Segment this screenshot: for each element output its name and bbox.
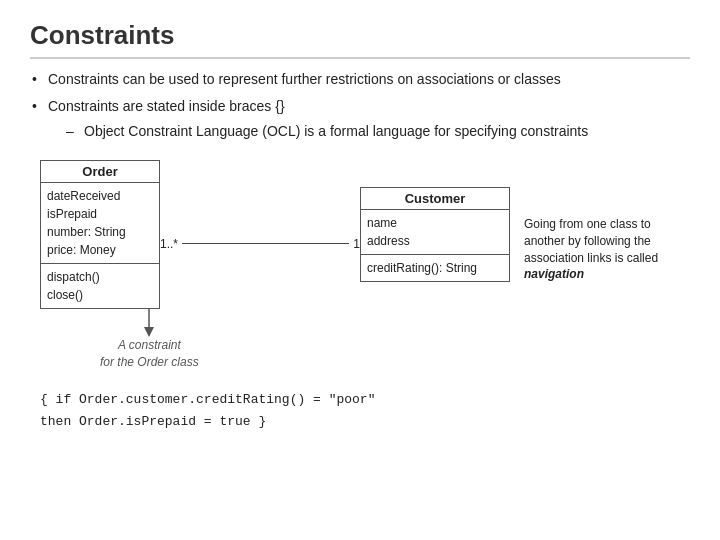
- ocl-block: { if Order.customer.creditRating() = "po…: [40, 389, 690, 433]
- bullet-list: Constraints can be used to represent fur…: [30, 69, 690, 142]
- customer-attr-1: name: [367, 214, 503, 232]
- order-attr-2: isPrepaid: [47, 205, 153, 223]
- navigation-note: Going from one class to another by follo…: [524, 216, 690, 283]
- order-box: Order dateReceived isPrepaid number: Str…: [40, 160, 160, 309]
- association-section: 1..* 1: [160, 219, 360, 251]
- svg-marker-1: [144, 327, 154, 337]
- order-attr-3: number: String: [47, 223, 153, 241]
- constraint-label: A constraintfor the Order class: [100, 337, 199, 371]
- order-header: Order: [41, 161, 159, 183]
- navigation-keyword: navigation: [524, 267, 584, 281]
- customer-box: Customer name address creditRating(): St…: [360, 187, 510, 282]
- order-attr-1: dateReceived: [47, 187, 153, 205]
- arrow-down-icon: [139, 309, 159, 337]
- order-method-1: dispatch(): [47, 268, 153, 286]
- order-methods: dispatch() close(): [41, 264, 159, 308]
- page-title: Constraints: [30, 20, 690, 59]
- association-line: 1..* 1: [160, 237, 360, 251]
- order-attr-4: price: Money: [47, 241, 153, 259]
- bullet-2: Constraints are stated inside braces {} …: [30, 96, 690, 142]
- ocl-line2: then Order.isPrepaid = true }: [40, 411, 690, 433]
- order-attributes: dateReceived isPrepaid number: String pr…: [41, 183, 159, 264]
- customer-methods: creditRating(): String: [361, 255, 509, 281]
- uml-diagram: Order dateReceived isPrepaid number: Str…: [30, 160, 690, 371]
- ocl-line1: { if Order.customer.creditRating() = "po…: [40, 389, 690, 411]
- customer-header: Customer: [361, 188, 509, 210]
- customer-method-1: creditRating(): String: [367, 259, 503, 277]
- horiz-line: [182, 243, 349, 244]
- customer-attributes: name address: [361, 210, 509, 255]
- multiplicity-left: 1..*: [160, 237, 178, 251]
- sub-bullet: Object Constraint Language (OCL) is a fo…: [48, 121, 690, 142]
- multiplicity-right: 1: [353, 237, 360, 251]
- order-method-2: close(): [47, 286, 153, 304]
- bullet-1: Constraints can be used to represent fur…: [30, 69, 690, 90]
- bottom-section: A constraintfor the Order class: [40, 309, 690, 371]
- customer-attr-2: address: [367, 232, 503, 250]
- uml-row: Order dateReceived isPrepaid number: Str…: [40, 160, 690, 309]
- constraint-arrow-section: A constraintfor the Order class: [100, 309, 199, 371]
